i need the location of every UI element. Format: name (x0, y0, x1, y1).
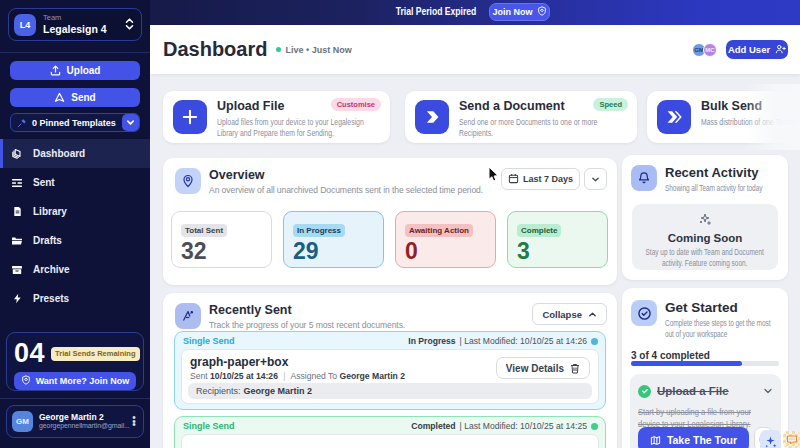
stat-label: Awaiting Action (405, 224, 473, 237)
upload-file-step: Upload a File Start by uploading a file … (630, 374, 781, 448)
chevron-updown-icon (125, 16, 134, 34)
stat-value: 29 (293, 239, 374, 263)
coming-soon-title: Coming Soon (632, 232, 778, 244)
sidebar-item-drafts[interactable]: Drafts (0, 226, 150, 255)
join-now-button[interactable]: Want More? Join Now (14, 372, 136, 390)
shield-icon (537, 6, 547, 18)
presets-icon (11, 293, 23, 305)
view-details-button[interactable]: View Details (496, 357, 590, 379)
chevron-down-icon[interactable] (763, 382, 773, 400)
bulk-send-card[interactable]: Bulk Send Mass distribution of one Templ… (647, 91, 800, 143)
overview-subtitle: An overview of all unarchived Documents … (209, 185, 501, 196)
get-started-title: Get Started (665, 300, 779, 316)
upload-icon (50, 65, 61, 76)
sidebar: L4 Team Legalesign 4 Upload Send (0, 0, 150, 448)
progress-bar (631, 361, 779, 366)
overview-panel: Overview An overview of all unarchived D… (163, 158, 617, 285)
sidebar-item-label: Sent (33, 177, 55, 188)
team-selector[interactable]: L4 Team Legalesign 4 (8, 8, 142, 41)
avatar[interactable]: MC (703, 43, 717, 57)
stat-awaiting-action: Awaiting Action 0 (395, 211, 496, 268)
sent-prefix: Sent (190, 371, 208, 381)
pinned-templates-bar[interactable]: 0 Pinned Templates (10, 113, 140, 132)
sidebar-item-presets[interactable]: Presets (0, 284, 150, 313)
user-name: George Martin 2 (39, 412, 130, 422)
recent-activity-panel: Recent Activity Showing all Team activit… (622, 155, 788, 280)
trial-sends-card: 04 Trial Sends Remaining Want More? Join… (6, 332, 144, 391)
card-desc: Upload files from your device to your Le… (217, 117, 382, 140)
archive-icon (11, 264, 23, 276)
live-status-label: Live • Just Now (285, 45, 351, 55)
send-button[interactable]: Send (10, 88, 140, 107)
assistant-widget-button[interactable] (760, 430, 781, 448)
quick-actions-row: Upload File Upload files from your devic… (163, 91, 800, 143)
sidebar-item-library[interactable]: Library (0, 197, 150, 226)
coming-soon-card: Coming Soon Stay up to date with Team an… (632, 204, 778, 270)
avatar-stack[interactable]: GM MC (692, 43, 717, 57)
stat-value: 3 (517, 239, 598, 263)
team-name: Legalesign 4 (43, 23, 125, 35)
doc-type-label: Single Send (183, 421, 235, 431)
collapse-button[interactable]: Collapse (532, 303, 607, 325)
sidebar-item-label: Library (33, 206, 67, 217)
doc-modified: | Last Modified: 10/10/25 at 14:26 (460, 336, 587, 346)
take-tour-button[interactable]: Take The Tour (638, 427, 749, 448)
sidebar-item-label: Presets (33, 293, 69, 304)
divider (0, 398, 150, 399)
map-pin-icon (175, 168, 201, 194)
sidebar-item-archive[interactable]: Archive (0, 255, 150, 284)
app: L4 Team Legalesign 4 Upload Send (0, 0, 800, 448)
step-complete-check-icon (638, 385, 651, 398)
recent-activity-title: Recent Activity (665, 165, 779, 181)
range-chevron-button[interactable] (584, 168, 607, 190)
watch-dot-icon[interactable] (591, 338, 598, 345)
document-card-completed: Single Send Completed | Last Modified: 1… (174, 416, 606, 448)
banner-join-now-button[interactable]: Join Now (489, 3, 550, 21)
recently-sent-title: Recently Sent (209, 303, 532, 318)
date-range-label: Last 7 Days (523, 174, 573, 184)
stats-row: Total Sent 32 In Progress 29 Awaiting Ac… (171, 211, 608, 268)
user-avatar: GM (12, 411, 33, 432)
stat-complete: Complete 3 (507, 211, 608, 268)
upload-file-card[interactable]: Upload File Upload files from your devic… (163, 91, 390, 143)
sidebar-item-sent[interactable]: Sent (0, 168, 150, 197)
user-email: georgepennellmartin@gmail... (39, 422, 130, 430)
stat-in-progress: In Progress 29 (283, 211, 384, 268)
doc-status: In Progress (408, 336, 455, 346)
send-button-label: Send (71, 92, 95, 103)
banner-join-now-label: Join Now (493, 7, 533, 17)
sidebar-item-dashboard[interactable]: Dashboard (0, 139, 150, 168)
sidebar-item-label: Archive (33, 264, 70, 275)
upload-button[interactable]: Upload (10, 61, 140, 80)
library-icon (11, 206, 23, 218)
divider (0, 52, 150, 53)
date-range-button[interactable]: Last 7 Days (501, 168, 580, 190)
assigned-prefix: Assigned To (290, 371, 337, 381)
user-menu-kebab-icon[interactable]: ••• (130, 416, 138, 427)
team-label: Team (43, 14, 125, 23)
add-user-button[interactable]: Add User (726, 40, 788, 59)
stat-label: In Progress (293, 224, 345, 237)
progress-label: 3 of 4 completed (631, 350, 788, 361)
user-card[interactable]: GM George Martin 2 georgepennellmartin@g… (6, 405, 144, 438)
sent-value: 10/10/25 at 14:26 (210, 371, 278, 381)
view-details-label: View Details (506, 363, 564, 374)
stat-value: 32 (181, 239, 262, 263)
chat-widget-button[interactable] (783, 431, 800, 448)
get-started-panel: Get Started Complete these steps to get … (622, 288, 788, 448)
doc-modified: | Last Modified: 10/10/25 at 14:25 (460, 421, 587, 431)
watch-dot-icon[interactable] (591, 423, 598, 430)
card-desc: Mass distribution of one Template to man… (701, 117, 800, 128)
trash-icon (570, 363, 580, 374)
team-avatar: L4 (14, 14, 36, 36)
collapse-label: Collapse (542, 309, 582, 320)
join-now-label: Want More? Join Now (36, 376, 130, 386)
assigned-value: George Martin 2 (340, 371, 405, 381)
pinned-chevron-button[interactable] (122, 114, 139, 131)
send-activity-icon (175, 303, 201, 329)
send-document-card[interactable]: Send a Document Send one or more Documen… (405, 91, 637, 143)
person-plus-icon (775, 44, 786, 56)
take-tour-label: Take The Tour (667, 434, 737, 446)
doc-type-label: Single Send (183, 336, 235, 346)
chevron-up-icon (588, 310, 597, 319)
